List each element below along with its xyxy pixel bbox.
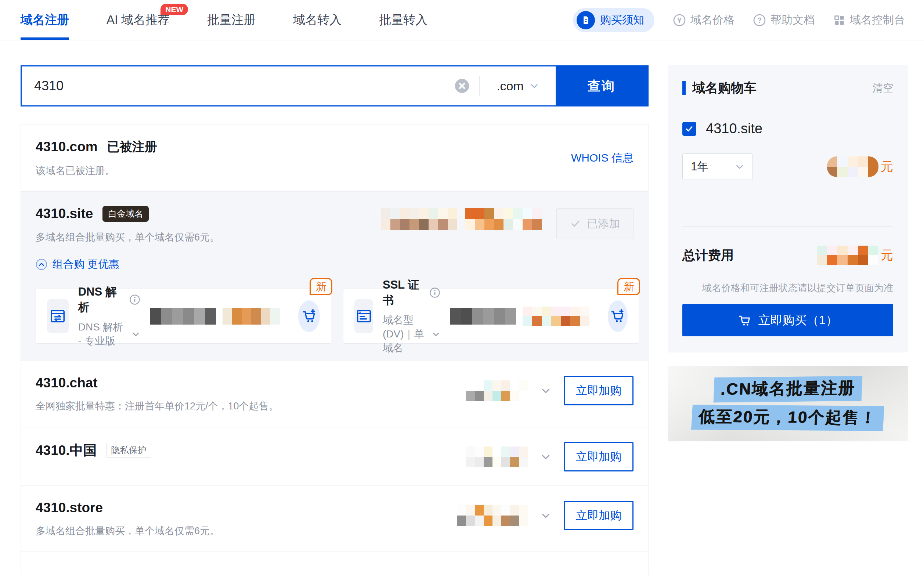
- domain-name: 4310.中国: [36, 442, 97, 460]
- cart-item-checkbox[interactable]: [682, 122, 696, 136]
- result-row-store: 4310.store 多域名组合批量购买，单个域名仅需6元。 立即加购: [21, 485, 648, 551]
- document-icon: [576, 11, 595, 29]
- nav-tab-ai-recommend[interactable]: AI 域名推荐 NEW: [106, 0, 170, 40]
- cart-disclaimer: 域名价格和可注册状态请以提交订单页面为准: [682, 282, 893, 294]
- search-input[interactable]: [22, 67, 454, 105]
- nav-link-domain-console[interactable]: 域名控制台: [833, 13, 905, 27]
- chevron-down-icon[interactable]: [540, 385, 551, 396]
- term-select[interactable]: 1年: [682, 154, 753, 180]
- term-value: 1年: [691, 159, 708, 175]
- chevron-down-icon: [530, 81, 539, 91]
- blurred-price: [466, 446, 528, 467]
- add-to-cart-button[interactable]: 立即加购: [564, 442, 633, 472]
- nav-link-label: 域名控制台: [850, 13, 905, 27]
- info-icon[interactable]: [129, 294, 140, 305]
- blurred-price: [522, 307, 589, 326]
- added-button[interactable]: 已添加: [556, 208, 633, 239]
- nav-link-domain-price[interactable]: ¥ 域名价格: [673, 13, 735, 27]
- nav-link-label: 域名价格: [691, 13, 735, 27]
- domain-cart-panel: 域名购物车 清空 4310.site 1年: [668, 65, 908, 353]
- clear-cart-link[interactable]: 清空: [873, 81, 893, 95]
- currency-label: 元: [881, 247, 893, 264]
- clear-input-icon[interactable]: [454, 78, 470, 94]
- dns-resolve-icon: [47, 299, 69, 333]
- blurred-price: [457, 505, 528, 526]
- nav-utility-links: 购买须知 ¥ 域名价格 ? 帮助文档 域名控制台: [573, 8, 905, 32]
- cn-domain-ad-banner[interactable]: .CN域名批量注册 低至20元，10个起售！: [668, 366, 908, 442]
- cart-title: 域名购物车: [692, 79, 757, 97]
- addon-option-select[interactable]: DNS 解析 - 专业版: [78, 320, 141, 348]
- ad-line-1: .CN域名批量注册: [714, 377, 862, 402]
- blurred-price: [817, 246, 878, 265]
- added-label: 已添加: [587, 216, 620, 231]
- new-corner-badge: 新: [618, 278, 640, 295]
- tld-value: .com: [497, 79, 524, 93]
- blurred-price: [381, 208, 457, 230]
- nav-tab-label: 域名注册: [21, 12, 69, 28]
- privacy-protection-badge: 隐私保护: [106, 443, 151, 458]
- tld-select[interactable]: .com: [480, 67, 556, 105]
- page: 域名注册 AI 域名推荐 NEW 批量注册 域名转入 批量转入 购买须知: [0, 0, 924, 575]
- blurred-price: [465, 208, 542, 230]
- results-column: .com 查询 4310.com 已被注册 该域名已被注册。: [21, 65, 649, 575]
- blurred-price: [827, 156, 878, 177]
- info-icon[interactable]: [429, 287, 440, 298]
- buy-now-label: 立即购买（1）: [758, 312, 838, 329]
- svg-text:¥: ¥: [678, 16, 682, 24]
- cart-item: 4310.site: [682, 121, 893, 137]
- domain-name: 4310.site: [36, 206, 93, 221]
- chevron-up-circle-icon: [36, 259, 48, 270]
- nav-tab-domain-transfer-in[interactable]: 域名转入: [293, 0, 341, 40]
- new-badge: NEW: [160, 4, 188, 15]
- ssl-certificate-icon: [354, 299, 373, 333]
- combo-deal-label: 组合购 更优惠: [52, 257, 119, 272]
- cart-icon: [738, 313, 752, 327]
- row-description: 多域名组合批量购买，单个域名仅需6元。: [36, 230, 220, 244]
- add-to-cart-icon[interactable]: [608, 300, 628, 332]
- nav-link-help-docs[interactable]: ? 帮助文档: [753, 13, 814, 27]
- addon-card-dns: 新 DNS 解析: [36, 289, 331, 344]
- ad-line-2: 低至20元，10个起售！: [692, 405, 884, 430]
- result-row-chat: 4310.chat 全网独家批量特惠：注册首年单价12元/个，10个起售。 立即…: [21, 361, 648, 427]
- nav-tab-batch-transfer-in[interactable]: 批量转入: [379, 0, 427, 40]
- addon-cards: 新 DNS 解析: [36, 289, 633, 344]
- accent-bar: [682, 81, 686, 95]
- blurred-price: [466, 380, 528, 401]
- grid-icon: [833, 14, 845, 27]
- buy-now-button[interactable]: 立即购买（1）: [682, 304, 893, 336]
- addon-option-label: 域名型(DV)｜单域名: [383, 313, 428, 355]
- domain-name: 4310.chat: [36, 375, 98, 391]
- result-row-com: 4310.com 已被注册 该域名已被注册。 WHOIS 信息: [21, 124, 648, 191]
- row-description: 多域名组合批量购买，单个域名仅需6元。: [36, 524, 220, 538]
- nav-link-label: 购买须知: [600, 13, 644, 27]
- registered-status: 已被注册: [107, 138, 157, 155]
- nav-link-buy-notice[interactable]: 购买须知: [573, 8, 654, 32]
- whois-link[interactable]: WHOIS 信息: [571, 151, 633, 165]
- blurred-price: [150, 308, 216, 325]
- search-button[interactable]: 查询: [556, 67, 648, 105]
- combo-deal-link[interactable]: 组合购 更优惠: [36, 257, 220, 272]
- result-row-site: 4310.site 白金域名 多域名组合批量购买，单个域名仅需6元。 组合购 更…: [21, 191, 648, 361]
- addon-option-select[interactable]: 域名型(DV)｜单域名: [383, 313, 441, 355]
- add-to-cart-button[interactable]: 立即加购: [564, 501, 633, 530]
- addon-title: SSL 证书: [383, 277, 424, 308]
- nav-tab-label: 批量注册: [207, 12, 256, 28]
- nav-link-label: 帮助文档: [770, 13, 814, 27]
- chevron-down-icon[interactable]: [540, 510, 551, 521]
- svg-text:?: ?: [757, 16, 762, 24]
- result-row-zhongguo: 4310.中国 隐私保护 立即加购: [21, 427, 648, 485]
- addon-card-ssl: 新 SSL 证书: [343, 289, 639, 344]
- top-nav: 域名注册 AI 域名推荐 NEW 批量注册 域名转入 批量转入 购买须知: [0, 0, 924, 40]
- question-circle-icon: ?: [753, 14, 766, 27]
- main-content: .com 查询 4310.com 已被注册 该域名已被注册。: [0, 40, 924, 575]
- result-row-shop: 4310.shop 白金域名 立即加购: [21, 551, 648, 575]
- nav-tab-domain-register[interactable]: 域名注册: [21, 0, 69, 40]
- add-to-cart-button[interactable]: 立即加购: [564, 376, 633, 405]
- row-description: 全网独家批量特惠：注册首年单价12元/个，10个起售。: [36, 399, 279, 413]
- chevron-down-icon: [132, 330, 140, 338]
- nav-tab-batch-register[interactable]: 批量注册: [207, 0, 256, 40]
- chevron-down-icon[interactable]: [540, 451, 551, 462]
- divider: [682, 226, 893, 227]
- add-to-cart-icon[interactable]: [298, 300, 320, 332]
- row-description: 该域名已被注册。: [36, 164, 157, 177]
